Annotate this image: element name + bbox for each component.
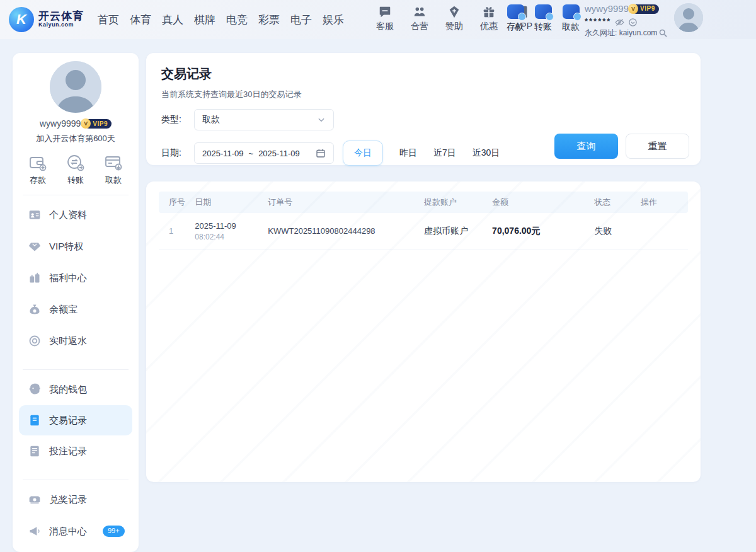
reset-button[interactable]: 重置 — [626, 134, 689, 159]
sidebar-vip-badge: V VIP9 — [84, 119, 112, 129]
sidebar-item-messages[interactable]: 消息中心 99+ — [13, 515, 139, 547]
sidebar-item-vip[interactable]: VIP特权 — [13, 231, 139, 262]
date-label: 日期: — [161, 147, 194, 159]
sidebar-item-transactions[interactable]: 交易记录 — [19, 405, 132, 435]
deposit-link[interactable]: 存款 — [505, 4, 525, 33]
date-range-input[interactable]: 2025-11-09 ~ 2025-11-09 — [194, 142, 334, 164]
sidebar-item-rebate[interactable]: 实时返水 — [13, 325, 139, 357]
megaphone-icon — [28, 525, 41, 538]
date-end-value: 2025-11-09 — [258, 149, 300, 158]
avatar-image — [674, 3, 703, 32]
type-select[interactable]: 取款 — [194, 109, 334, 130]
quick-transfer-button[interactable]: 转账 — [67, 154, 84, 186]
row-time: 08:02:44 — [195, 233, 268, 241]
partners-icon — [413, 5, 427, 19]
eye-off-icon[interactable] — [615, 17, 624, 26]
range-yesterday-button[interactable]: 昨日 — [399, 147, 417, 159]
user-avatar[interactable] — [674, 3, 703, 32]
records-table-card: 序号 日期 订单号 提款账户 金额 状态 操作 1 2025-11-09 08:… — [146, 181, 701, 482]
customer-service-link[interactable]: 客服 — [372, 5, 398, 32]
sidebar-vip-level-label: VIP9 — [93, 120, 108, 127]
chat-icon — [378, 5, 392, 19]
brand-logo-icon: K — [9, 7, 34, 32]
wallet-icon — [28, 383, 41, 396]
withdraw-link[interactable]: 取款 — [561, 4, 581, 33]
type-filter-row: 类型: 取款 — [161, 109, 685, 130]
benefits-icon — [28, 272, 41, 284]
col-header-amount: 金额 — [492, 197, 594, 208]
range-7days-button[interactable]: 近7日 — [433, 147, 456, 159]
transaction-doc-icon — [28, 414, 41, 427]
user-block: wywy9999 V VIP9 ****** 永久网址: kaiyun.com — [585, 3, 672, 38]
col-header-order-no: 订单号 — [268, 197, 424, 208]
nav-esports[interactable]: 电竞 — [226, 13, 248, 27]
nav-lottery[interactable]: 彩票 — [258, 13, 280, 27]
wallet-links: 存款 转账 取款 — [505, 4, 581, 33]
transfer-link[interactable]: 转账 — [533, 4, 553, 33]
range-30days-button[interactable]: 近30日 — [472, 147, 500, 159]
main-menu: 首页 体育 真人 棋牌 电竞 彩票 电子 娱乐 — [98, 13, 344, 27]
transfer-icon — [67, 154, 84, 171]
quick-range-group: 今日 昨日 近7日 近30日 — [343, 141, 500, 166]
vip-badge: V VIP9 — [632, 4, 659, 14]
type-label: 类型: — [161, 114, 194, 125]
date-start-value: 2025-11-09 — [202, 149, 244, 158]
magnifier-icon[interactable] — [658, 28, 668, 37]
sidebar-item-label: 余额宝 — [49, 304, 77, 316]
sidebar-item-yuebao[interactable]: 余额宝 — [13, 294, 139, 325]
expand-circle-icon[interactable] — [628, 17, 638, 26]
type-select-value: 取款 — [202, 114, 220, 125]
brand-logo[interactable]: K 开云体育 Kaiyun.com — [9, 7, 84, 32]
vip-emblem-icon: V — [628, 4, 638, 14]
quick-withdraw-button[interactable]: 取款 — [105, 154, 122, 186]
search-button[interactable]: 查询 — [554, 134, 618, 159]
filter-card: 交易记录 当前系统支持查询最近30日的交易记录 类型: 取款 日期: 2025-… — [146, 53, 701, 165]
sponsor-link[interactable]: 赞助 — [441, 5, 467, 32]
withdraw-card-icon — [105, 154, 122, 171]
range-today-button[interactable]: 今日 — [343, 141, 383, 166]
sponsor-label: 赞助 — [445, 21, 463, 32]
sidebar-item-label: 交易记录 — [49, 415, 87, 427]
promotions-link[interactable]: 优惠 — [476, 5, 502, 32]
nav-entertainment[interactable]: 娱乐 — [323, 13, 344, 27]
quick-deposit-button[interactable]: 存款 — [29, 154, 47, 186]
permanent-url-label: 永久网址: kaiyun.com — [585, 28, 657, 38]
partners-link[interactable]: 合营 — [406, 5, 433, 32]
nav-live[interactable]: 真人 — [162, 13, 183, 27]
sponsor-icon — [447, 5, 461, 19]
nav-board-games[interactable]: 棋牌 — [194, 13, 215, 27]
sidebar-item-bet-records[interactable]: 投注记录 — [13, 435, 139, 467]
top-nav: K 开云体育 Kaiyun.com 首页 体育 真人 棋牌 电竞 彩票 电子 娱… — [0, 0, 756, 39]
col-header-date: 日期 — [195, 197, 268, 208]
sidebar-item-label: VIP特权 — [49, 241, 83, 253]
nav-sports[interactable]: 体育 — [130, 13, 151, 27]
page-subtitle: 当前系统支持查询最近30日的交易记录 — [161, 89, 685, 100]
rebate-icon — [28, 335, 41, 347]
nav-slots[interactable]: 电子 — [290, 13, 312, 27]
sidebar-item-label: 投注记录 — [49, 446, 87, 457]
sidebar-item-profile[interactable]: 个人资料 — [13, 199, 139, 231]
sidebar-item-label: 个人资料 — [49, 209, 87, 221]
gift-icon — [482, 5, 496, 19]
bet-record-icon — [28, 445, 41, 457]
brand-name: 开云体育 — [38, 11, 84, 23]
sidebar-item-prize-records[interactable]: 兑奖记录 — [13, 484, 139, 515]
vip-level-label: VIP9 — [640, 4, 655, 13]
deposit-label: 存款 — [507, 21, 524, 33]
deposit-card-icon — [507, 4, 524, 19]
row-date: 2025-11-09 — [195, 221, 268, 231]
sidebar-item-benefits[interactable]: 福利中心 — [13, 262, 139, 294]
sidebar-avatar-image — [50, 61, 101, 113]
sidebar-username: wywy9999 — [40, 118, 81, 129]
transfer-card-icon — [535, 4, 552, 19]
username: wywy9999 — [585, 3, 629, 15]
sidebar-item-label: 福利中心 — [49, 272, 87, 284]
quick-actions: 存款 转账 取款 — [13, 154, 139, 186]
sidebar-item-label: 实时返水 — [49, 335, 87, 347]
sidebar-item-wallet[interactable]: 我的钱包 — [13, 374, 139, 405]
col-header-status: 状态 — [594, 197, 641, 208]
sidebar-menu-group-1: 个人资料 VIP特权 福利中心 余额宝 — [13, 195, 139, 360]
row-datetime: 2025-11-09 08:02:44 — [195, 221, 268, 241]
nav-home[interactable]: 首页 — [98, 13, 119, 27]
transaction-records-page: K 开云体育 Kaiyun.com 首页 体育 真人 棋牌 电竞 彩票 电子 娱… — [0, 0, 756, 552]
